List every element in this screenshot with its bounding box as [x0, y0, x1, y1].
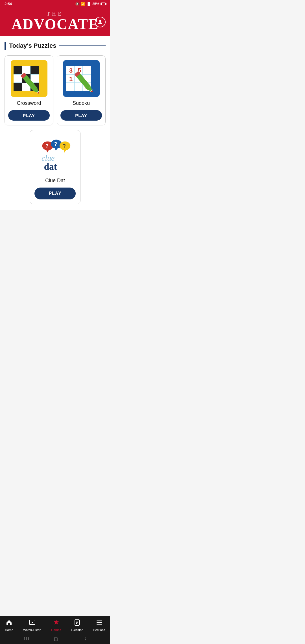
cluedat-card: ? ? ? clue dat Clue Dat PLAY: [30, 130, 80, 204]
svg-text:?: ?: [54, 141, 57, 147]
wifi-icon: 📶: [81, 2, 85, 6]
crossword-play-button[interactable]: PLAY: [8, 110, 50, 121]
svg-rect-8: [30, 66, 39, 74]
cluedat-icon: ? ? ? clue dat: [35, 135, 75, 174]
svg-point-0: [99, 20, 101, 22]
user-profile-button[interactable]: [95, 17, 106, 27]
main-content: Today's Puzzles: [0, 36, 110, 210]
cluedat-name: Clue Dat: [45, 178, 65, 184]
signal-icon: ▐▌: [86, 2, 91, 6]
svg-text:?: ?: [45, 143, 49, 149]
crossword-card: Crossword PLAY: [5, 55, 53, 125]
crossword-name: Crossword: [17, 100, 41, 106]
mute-icon: 🔇: [75, 2, 79, 6]
svg-text:1: 1: [69, 75, 73, 82]
status-bar: 2:54 🔇 📶 ▐▌ 25%: [0, 0, 110, 8]
sudoku-play-button[interactable]: PLAY: [60, 110, 102, 121]
title-accent-right: [59, 45, 106, 46]
puzzles-top-row: Crossword PLAY 3 5 1 4: [5, 55, 106, 125]
svg-marker-36: [55, 148, 58, 151]
battery-icon: [101, 3, 106, 5]
title-accent-left: [5, 42, 6, 50]
crossword-icon: [11, 60, 47, 97]
svg-text:?: ?: [63, 143, 66, 149]
sudoku-card: 3 5 1 4 Sudoku PLAY: [57, 55, 106, 125]
svg-text:clue: clue: [42, 154, 55, 162]
svg-text:3: 3: [69, 67, 73, 74]
sudoku-name: Sudoku: [73, 100, 90, 106]
app-logo: THE ADVOCATE: [12, 11, 99, 32]
puzzles-bottom-row: ? ? ? clue dat Clue Dat PLAY: [5, 130, 106, 204]
sudoku-icon: 3 5 1 4: [63, 60, 100, 97]
logo-advocate: ADVOCATE: [12, 17, 99, 32]
status-icons: 🔇 📶 ▐▌ 25%: [75, 2, 106, 6]
section-title: Today's Puzzles: [9, 42, 56, 49]
app-header: THE ADVOCATE: [0, 8, 110, 36]
svg-text:dat: dat: [44, 161, 57, 172]
cluedat-play-button[interactable]: PLAY: [34, 188, 75, 199]
svg-rect-7: [14, 66, 22, 74]
svg-rect-10: [14, 83, 22, 91]
svg-marker-33: [46, 150, 49, 153]
section-header: Today's Puzzles: [5, 42, 106, 50]
svg-marker-39: [64, 150, 67, 153]
battery-percent: 25%: [92, 2, 99, 6]
status-time: 2:54: [5, 2, 12, 6]
